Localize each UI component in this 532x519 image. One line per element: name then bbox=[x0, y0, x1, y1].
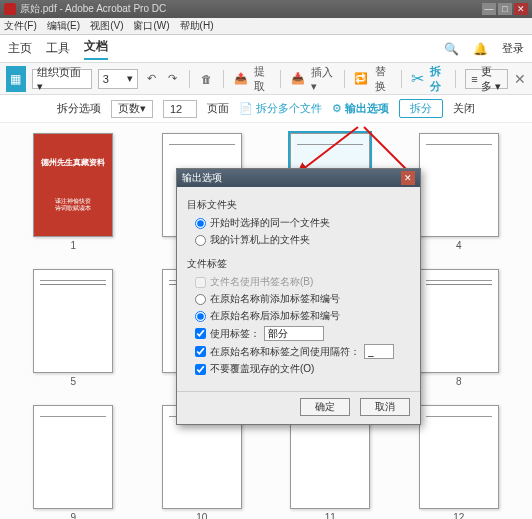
page-thumb[interactable]: 4 bbox=[406, 133, 513, 251]
close-split-button[interactable]: 关闭 bbox=[453, 101, 475, 116]
split-mode-dropdown[interactable]: 页数 ▾ bbox=[111, 100, 153, 118]
row-separator: 在原始名称和标签之间使用隔符： bbox=[195, 344, 410, 359]
page-preview bbox=[419, 405, 499, 509]
page-thumb[interactable]: 9 bbox=[20, 405, 127, 519]
page-preview bbox=[419, 269, 499, 373]
page-number: 5 bbox=[70, 376, 76, 387]
page-number: 9 bbox=[70, 512, 76, 519]
label-input[interactable] bbox=[264, 326, 324, 341]
window-close[interactable]: ✕ bbox=[514, 3, 528, 15]
check-no-overwrite[interactable]: 不要覆盖现存的文件(O) bbox=[195, 362, 410, 376]
split-button[interactable]: 拆分 bbox=[430, 64, 447, 94]
notify-icon[interactable]: 🔔 bbox=[473, 42, 488, 56]
group-file-label: 文件标签 bbox=[187, 257, 410, 271]
check-use-label[interactable] bbox=[195, 328, 206, 339]
radio-my-computer[interactable]: 我的计算机上的文件夹 bbox=[195, 233, 410, 247]
page-thumb[interactable]: 12 bbox=[406, 405, 513, 519]
tab-home[interactable]: 主页 bbox=[8, 40, 32, 57]
ok-button[interactable]: 确定 bbox=[300, 398, 350, 416]
dialog-titlebar: 输出选项 ✕ bbox=[177, 169, 420, 187]
do-split-button[interactable]: 拆分 bbox=[399, 99, 443, 118]
menu-help[interactable]: 帮助(H) bbox=[180, 19, 214, 33]
page-thumb[interactable]: 德州先生真藏资料 译注神偷快资 诗词歌赋读本 1 bbox=[20, 133, 127, 251]
menu-file[interactable]: 文件(F) bbox=[4, 19, 37, 33]
tab-document[interactable]: 文档 bbox=[84, 38, 108, 60]
radio-label-after[interactable]: 在原始名称后添加标签和编号 bbox=[195, 309, 410, 323]
page-preview bbox=[33, 405, 113, 509]
gear-icon: ⚙ bbox=[332, 102, 342, 115]
page-thumb[interactable]: 8 bbox=[406, 269, 513, 387]
window-maximize[interactable]: □ bbox=[498, 3, 512, 15]
dialog-title: 输出选项 bbox=[182, 171, 222, 185]
workarea: 德州先生真藏资料 译注神偷快资 诗词歌赋读本 1 2 3 4 5 6 7 bbox=[0, 123, 532, 519]
page-thumb[interactable]: 5 bbox=[20, 269, 127, 387]
organize-icon[interactable]: ▦ bbox=[6, 66, 26, 92]
extract-button[interactable]: 提取 bbox=[254, 64, 271, 94]
output-options-dialog: 输出选项 ✕ 目标文件夹 开始时选择的同一个文件夹 我的计算机上的文件夹 文件标… bbox=[176, 168, 421, 425]
page-count-input[interactable]: 12 bbox=[163, 100, 197, 118]
page-number: 10 bbox=[196, 512, 207, 519]
row-use-label: 使用标签： bbox=[195, 326, 410, 341]
menu-edit[interactable]: 编辑(E) bbox=[47, 19, 80, 33]
dialog-close[interactable]: ✕ bbox=[401, 171, 415, 185]
insert-button[interactable]: 插入 ▾ bbox=[311, 65, 335, 93]
group-target-folder: 目标文件夹 bbox=[187, 198, 410, 212]
menu-view[interactable]: 视图(V) bbox=[90, 19, 123, 33]
cancel-button[interactable]: 取消 bbox=[360, 398, 410, 416]
page-number: 11 bbox=[325, 512, 336, 519]
toolbar-close[interactable]: ✕ bbox=[514, 71, 526, 87]
window-titlebar: 原始.pdf - Adobe Acrobat Pro DC — □ ✕ bbox=[0, 0, 532, 18]
window-minimize[interactable]: — bbox=[482, 3, 496, 15]
replace-button[interactable]: 替换 bbox=[375, 64, 392, 94]
separator-text: 在原始名称和标签之间使用隔符： bbox=[210, 345, 360, 359]
split-options-label: 拆分选项 bbox=[57, 101, 101, 116]
page-cover: 德州先生真藏资料 译注神偷快资 诗词歌赋读本 bbox=[33, 133, 113, 237]
split-options-bar: 拆分选项 页数 ▾ 12 页面 📄 拆分多个文件 ⚙输出选项 拆分 关闭 bbox=[0, 95, 532, 123]
menubar: 文件(F) 编辑(E) 视图(V) 窗口(W) 帮助(H) bbox=[0, 18, 532, 35]
window-title: 原始.pdf - Adobe Acrobat Pro DC bbox=[20, 2, 166, 16]
menu-window[interactable]: 窗口(W) bbox=[133, 19, 169, 33]
rotate-right-icon[interactable]: ↷ bbox=[165, 69, 180, 89]
use-label-text: 使用标签： bbox=[210, 327, 260, 341]
radio-label-before[interactable]: 在原始名称前添加标签和编号 bbox=[195, 292, 410, 306]
page-number: 8 bbox=[456, 376, 462, 387]
organize-toolbar: ▦ 组织页面 ▾ 3▾ ↶ ↷ 🗑 📤 提取 📥 插入 ▾ 🔁 替换 ✂ 拆分 … bbox=[0, 63, 532, 95]
tab-tools[interactable]: 工具 bbox=[46, 40, 70, 57]
page-number: 12 bbox=[453, 512, 464, 519]
page-number-field[interactable]: 3▾ bbox=[98, 69, 138, 89]
check-bookmark-name: 文件名使用书签名称(B) bbox=[195, 275, 410, 289]
search-icon[interactable]: 🔍 bbox=[444, 42, 459, 56]
split-multiple-link[interactable]: 📄 拆分多个文件 bbox=[239, 101, 322, 116]
replace-icon[interactable]: 🔁 bbox=[354, 69, 369, 89]
radio-same-folder[interactable]: 开始时选择的同一个文件夹 bbox=[195, 216, 410, 230]
organize-dropdown[interactable]: 组织页面 ▾ bbox=[32, 69, 92, 89]
page-number: 4 bbox=[456, 240, 462, 251]
page-preview bbox=[33, 269, 113, 373]
page-preview bbox=[419, 133, 499, 237]
page-number: 1 bbox=[70, 240, 76, 251]
more-button[interactable]: ≡ 更多 ▾ bbox=[465, 69, 508, 89]
pages-label: 页面 bbox=[207, 101, 229, 116]
extract-icon[interactable]: 📤 bbox=[233, 69, 248, 89]
separator-input[interactable] bbox=[364, 344, 394, 359]
check-separator[interactable] bbox=[195, 346, 206, 357]
rotate-left-icon[interactable]: ↶ bbox=[144, 69, 159, 89]
split-icon[interactable]: ✂ bbox=[411, 69, 424, 88]
app-icon bbox=[4, 3, 16, 15]
output-options-link[interactable]: ⚙输出选项 bbox=[332, 101, 389, 116]
login-link[interactable]: 登录 bbox=[502, 41, 524, 56]
tabbar: 主页 工具 文档 🔍 🔔 登录 bbox=[0, 35, 532, 63]
delete-icon[interactable]: 🗑 bbox=[199, 69, 214, 89]
insert-icon[interactable]: 📥 bbox=[290, 69, 305, 89]
